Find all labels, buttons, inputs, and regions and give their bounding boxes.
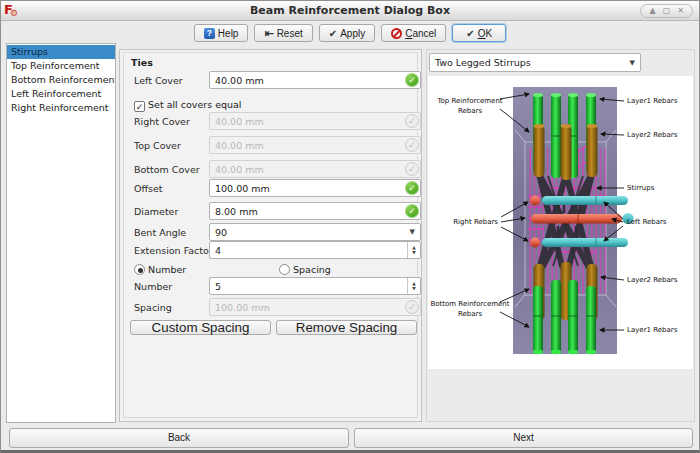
custom-spacing-button[interactable]: Custom Spacing [130,320,271,335]
freecad-logo-icon: F⚙ [4,3,20,19]
sidebar-item-right-reinforcement[interactable]: Right Reinforcement [7,101,115,115]
bottom-cover-input[interactable] [209,160,421,178]
spacing-field: ✓ [209,298,421,316]
number-label: Number [134,281,172,292]
label-bottom-reinforcement-line2: Rebars [458,310,482,318]
cancel-button[interactable]: Cancel [381,24,446,42]
spacing-radio[interactable]: Spacing [279,264,331,275]
number-row: Number ▲▼ [131,277,410,295]
apply-button[interactable]: ✔ Apply [319,24,375,42]
left-cover-input[interactable] [209,71,421,89]
valid-check-disabled-icon: ✓ [405,300,419,314]
help-icon: ? [204,28,215,39]
right-cover-label: Right Cover [134,116,190,127]
bent-angle-combobox[interactable]: 90 ▼ [209,223,421,241]
label-top-reinforcement-line1: Top Reinforcement [436,97,502,105]
middle-rebars [530,196,634,248]
bottom-cover-row: Bottom Cover ✓ [131,160,410,178]
stirrup-type-field: Two Legged Stirrups ▼ [429,53,641,72]
close-icon[interactable]: ✕ [674,5,687,17]
bent-angle-row: Bent Angle 90 ▼ [131,223,410,241]
cancel-icon [391,28,402,39]
ties-groupbox: Ties Left Cover ✓ ✓ Set all covers equal… [123,52,418,418]
extension-factor-field: ▲▼ [209,241,421,259]
offset-input[interactable] [209,179,421,197]
spinner-arrows[interactable]: ▲▼ [407,278,420,294]
reset-button[interactable]: ⇤ Reset [254,24,312,42]
number-radio[interactable]: Number [134,264,186,275]
stirrup-preview-image: Top Reinforcement Rebars Layer1 Rebars L… [428,76,693,369]
extension-factor-row: Extension Factor ▲▼ [131,241,410,259]
toolbar: ? Help ⇤ Reset ✔ Apply Cancel ✔ OK [1,22,699,44]
diameter-label: Diameter [134,206,178,217]
spin-down-icon: ▼ [412,286,415,291]
left-cover-row: Left Cover ✓ [131,71,410,89]
label-left-rebars: Left Rebars [627,218,667,226]
bent-angle-label: Bent Angle [134,227,186,238]
label-right-rebars: Right Rebars [453,218,498,226]
left-cover-field: ✓ [209,71,421,89]
ok-button[interactable]: ✔ OK [452,24,506,42]
reset-icon: ⇤ [264,28,273,39]
diameter-row: Diameter ✓ [131,202,410,220]
chevron-down-icon: ▼ [410,228,415,236]
back-button[interactable]: Back [9,428,349,448]
checkbox-check-icon: ✓ [134,101,145,112]
dialog-window: F⚙ Beam Reinforcement Dialog Box ▲ ▢ ✕ ?… [0,0,700,453]
sidebar-item-bottom-reinforcement[interactable]: Bottom Reinforcement [7,73,115,87]
layer2-top-bars [534,124,598,180]
spinner-arrows[interactable]: ▲▼ [407,242,420,258]
diameter-field: ✓ [209,202,421,220]
number-input[interactable] [209,277,421,295]
sidebar-item-top-reinforcement[interactable]: Top Reinforcement [7,59,115,73]
label-bottom-reinforcement-line1: Bottom Reinforcement [430,300,509,308]
top-cover-row: Top Cover ✓ [131,136,410,154]
window-controls: ▲ ▢ ✕ [640,4,693,18]
shade-icon[interactable]: ▲ [646,5,659,17]
offset-label: Offset [134,183,163,194]
remove-spacing-button[interactable]: Remove Spacing [276,320,417,335]
label-layer2-bottom: Layer2 Rebars [627,276,678,284]
ok-check-icon: ✔ [466,28,474,39]
sidebar-list: StirrupsTop ReinforcementBottom Reinforc… [6,43,116,423]
right-cover-input[interactable] [209,112,421,130]
spin-down-icon: ▼ [412,250,415,255]
extension-factor-input[interactable] [209,241,421,259]
sidebar-item-stirrups[interactable]: Stirrups [7,45,115,59]
spacing-input[interactable] [209,298,421,316]
bent-angle-field: 90 ▼ [209,223,421,241]
radio-unselected-icon [279,264,290,275]
rebar-diagram: Top Reinforcement Rebars Layer1 Rebars L… [428,76,693,369]
extension-factor-label: Extension Factor [134,245,213,256]
right-rebar-top [530,196,540,206]
bottom-cover-field: ✓ [209,160,421,178]
chevron-down-icon: ▼ [630,59,635,67]
right-cover-field: ✓ [209,112,421,130]
bottom-cover-label: Bottom Cover [134,164,200,175]
set-covers-checkbox[interactable]: ✓ Set all covers equal [134,99,242,112]
preview-panel: Two Legged Stirrups ▼ [426,49,695,422]
titlebar: F⚙ Beam Reinforcement Dialog Box ▲ ▢ ✕ [1,1,699,21]
next-button[interactable]: Next [354,428,693,448]
valid-check-icon: ✓ [405,73,419,87]
right-rebar-middle [531,214,622,224]
stirrup-type-combobox[interactable]: Two Legged Stirrups ▼ [429,53,641,72]
offset-row: Offset ✓ [131,179,410,197]
top-cover-label: Top Cover [134,140,181,151]
valid-check-icon: ✓ [405,204,419,218]
label-stirrups: Stirrups [627,184,655,192]
right-rebar-bottom [530,238,540,248]
help-button[interactable]: ? Help [194,24,249,42]
maximize-icon[interactable]: ▢ [660,5,673,17]
top-cover-input[interactable] [209,136,421,154]
valid-check-disabled-icon: ✓ [405,138,419,152]
label-layer1-bottom: Layer1 Rebars [627,326,678,334]
spacing-row: Spacing ✓ [131,298,410,316]
label-layer2-top: Layer2 Rebars [627,131,678,139]
apply-check-icon: ✔ [329,28,337,39]
left-rebar-bottom [542,238,628,247]
diameter-input[interactable] [209,202,421,220]
stirrups-form-panel: Ties Left Cover ✓ ✓ Set all covers equal… [119,49,422,422]
sidebar-item-left-reinforcement[interactable]: Left Reinforcement [7,87,115,101]
right-cover-row: Right Cover ✓ [131,112,410,130]
